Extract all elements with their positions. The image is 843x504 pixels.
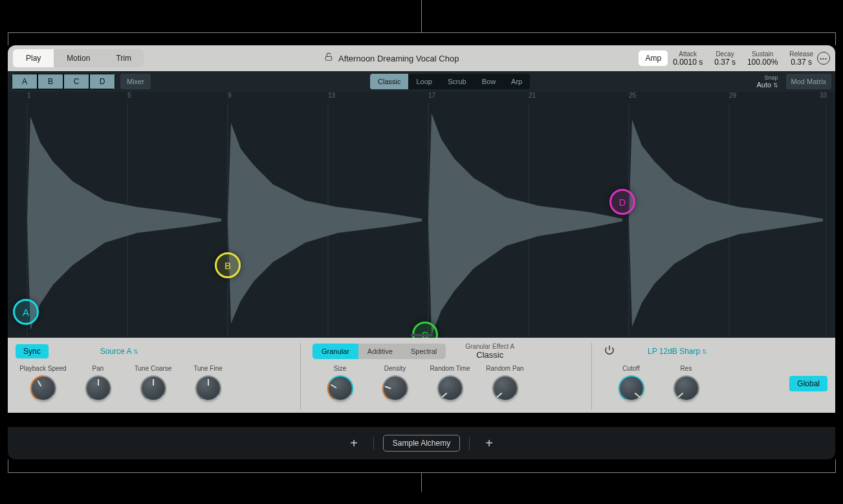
random-pan-knob[interactable]: [492, 375, 519, 402]
callout-line-top: [835, 32, 836, 45]
tab-motion[interactable]: Motion: [54, 49, 103, 67]
svg-rect-0: [325, 56, 331, 60]
adsr-attack-label: Attack: [673, 50, 703, 58]
effect-value: Classic: [465, 350, 514, 360]
effect-title: Granular Effect A: [465, 343, 514, 350]
plugin-chip[interactable]: Sample Alchemy: [383, 435, 460, 452]
plugin-window: Play Motion Trim Afternoon Dreaming Voca…: [8, 45, 835, 426]
pane-resize-handle[interactable]: [411, 334, 433, 336]
tune-coarse-knob[interactable]: [140, 375, 167, 402]
snap-label: Snap: [756, 74, 778, 81]
adsr-sustain[interactable]: Sustain 100.00%: [747, 50, 778, 67]
mode-classic[interactable]: Classic: [370, 74, 408, 89]
source-tab-b[interactable]: B: [38, 74, 63, 89]
plugin-footer: + Sample Alchemy +: [8, 427, 835, 459]
source-handle-b[interactable]: B: [215, 252, 241, 278]
playback-speed-knob[interactable]: [30, 375, 57, 402]
engine-tabs: Granular Additive Spectral: [312, 344, 446, 359]
ruler-tick: 33: [820, 92, 827, 99]
adsr-sustain-label: Sustain: [747, 50, 778, 58]
adsr-sustain-value: 100.00%: [747, 58, 778, 67]
header-bar: Play Motion Trim Afternoon Dreaming Voca…: [8, 45, 835, 71]
adsr-decay-label: Decay: [714, 50, 736, 58]
ruler-tick: 1: [27, 92, 31, 99]
more-menu-icon[interactable]: [817, 52, 830, 65]
cutoff-knob[interactable]: [618, 375, 645, 402]
preset-name[interactable]: Afternoon Dreaming Vocal Chop: [338, 54, 459, 63]
size-knob[interactable]: [327, 375, 354, 402]
sub-header: A B C D Mixer Classic Loop Scrub Bow Arp…: [8, 71, 835, 92]
filter-section: LP 12dB Sharp Cutoff Res Global: [591, 343, 827, 410]
knob-label: Res: [681, 365, 692, 372]
source-handle-d[interactable]: D: [609, 189, 635, 215]
ruler-tick: 5: [127, 92, 131, 99]
mode-arp[interactable]: Arp: [503, 74, 530, 89]
ruler-tick: 21: [529, 92, 536, 99]
global-button[interactable]: Global: [789, 376, 827, 391]
source-tabs: A B C D: [12, 74, 115, 89]
callout-line-bottom: [8, 459, 8, 472]
mixer-button[interactable]: Mixer: [120, 74, 151, 89]
ruler-tick: 9: [228, 92, 232, 99]
knob-label: Playback Speed: [19, 365, 66, 372]
snap-selector[interactable]: Snap Auto: [756, 74, 778, 89]
knob-label: Pan: [93, 365, 104, 372]
mode-scrub[interactable]: Scrub: [440, 74, 474, 89]
amp-button[interactable]: Amp: [639, 50, 668, 66]
adsr-decay[interactable]: Decay 0.37 s: [714, 50, 736, 67]
footer-divider: [469, 437, 470, 450]
preset-area: Afternoon Dreaming Vocal Chop: [144, 52, 639, 64]
filter-selector[interactable]: LP 12dB Sharp: [648, 347, 707, 356]
header-tabs: Play Motion Trim: [13, 49, 144, 67]
knob-label: Tune Coarse: [135, 365, 171, 372]
mode-loop[interactable]: Loop: [408, 74, 439, 89]
adsr-attack-value: 0.0010 s: [673, 58, 703, 67]
knob-label: Density: [384, 365, 406, 372]
callout-line-bottom: [8, 472, 836, 473]
callout-line-top: [8, 32, 836, 33]
playback-section: Sync Source A Playback Speed Pan Tune Co…: [16, 343, 300, 410]
knob-label: Size: [334, 365, 346, 372]
callout-line-top: [421, 0, 422, 32]
resonance-knob[interactable]: [673, 375, 700, 402]
adsr-release-label: Release: [789, 50, 813, 58]
ruler-tick: 29: [729, 92, 736, 99]
source-tab-d[interactable]: D: [89, 74, 115, 89]
random-time-knob[interactable]: [437, 375, 464, 402]
engine-additive[interactable]: Additive: [358, 344, 402, 359]
footer-divider: [373, 437, 374, 450]
adsr-group: Attack 0.0010 s Decay 0.37 s Sustain 100…: [673, 50, 813, 67]
callout-line-bottom: [835, 459, 836, 472]
add-plugin-right-icon[interactable]: +: [479, 433, 499, 454]
source-tab-a[interactable]: A: [12, 74, 38, 89]
pan-knob[interactable]: [85, 375, 112, 402]
sync-button[interactable]: Sync: [16, 344, 49, 358]
power-icon[interactable]: [604, 344, 615, 358]
add-plugin-left-icon[interactable]: +: [344, 433, 364, 454]
adsr-attack[interactable]: Attack 0.0010 s: [673, 50, 703, 67]
source-tab-c[interactable]: C: [63, 74, 89, 89]
waveform-ruler: 1 5 9 13 17 21 25 29 33: [8, 92, 835, 104]
waveform-editor[interactable]: 1 5 9 13 17 21 25 29 33 A B C D: [8, 92, 835, 338]
source-selector[interactable]: Source A: [100, 347, 138, 356]
adsr-release-value: 0.37 s: [789, 58, 813, 67]
tab-trim[interactable]: Trim: [103, 49, 144, 67]
source-handle-a[interactable]: A: [13, 299, 39, 325]
mode-bow[interactable]: Bow: [474, 74, 503, 89]
playback-mode-tabs: Classic Loop Scrub Bow Arp: [370, 74, 530, 89]
knob-label: Tune Fine: [193, 365, 223, 372]
engine-section: Granular Additive Spectral Granular Effe…: [300, 343, 591, 410]
mod-matrix-button[interactable]: Mod Matrix: [786, 74, 831, 89]
lock-icon[interactable]: [324, 52, 333, 64]
tab-play[interactable]: Play: [13, 49, 54, 67]
density-knob[interactable]: [382, 375, 409, 402]
tune-fine-knob[interactable]: [195, 375, 222, 402]
engine-granular[interactable]: Granular: [312, 344, 358, 359]
engine-spectral[interactable]: Spectral: [402, 344, 446, 359]
knob-label: Random Time: [430, 365, 470, 372]
callout-line-top: [8, 32, 8, 45]
ruler-tick: 25: [629, 92, 636, 99]
adsr-release[interactable]: Release 0.37 s: [789, 50, 813, 67]
effect-info[interactable]: Granular Effect A Classic: [465, 343, 514, 360]
knob-label: Random Pan: [486, 365, 523, 372]
